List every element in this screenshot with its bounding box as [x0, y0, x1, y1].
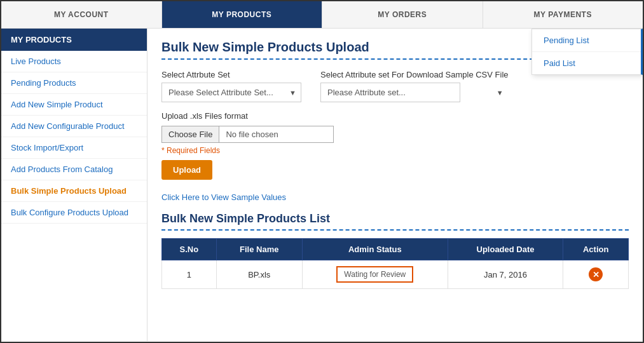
cell-filename: BP.xls: [216, 260, 302, 289]
upload-label: Upload .xls Files format: [161, 111, 629, 121]
dropdown-pending-list[interactable]: Pending List: [532, 29, 641, 52]
list-title: Bulk New Simple Products List: [161, 212, 629, 225]
nav-my-orders[interactable]: MY ORDERS: [322, 1, 483, 28]
col-action: Action: [563, 239, 629, 260]
nav-my-account[interactable]: MY ACCOUNT: [1, 1, 162, 28]
attr-download-arrow-icon: ▼: [497, 89, 504, 97]
attr-download-select-wrapper: Please Attribute set... ▼: [320, 83, 509, 102]
upload-section: Upload .xls Files format Choose File No …: [161, 111, 629, 186]
sidebar-item-add-simple[interactable]: Add New Simple Product: [1, 94, 147, 116]
file-input-row: Choose File No file chosen: [161, 126, 629, 143]
sidebar-item-add-catalog[interactable]: Add Products From Catalog: [1, 159, 147, 180]
col-sno: S.No: [162, 239, 217, 260]
sidebar-title: MY PRODUCTS: [1, 29, 147, 51]
attr-download-group: Select Attribute set For Download Sample…: [320, 70, 509, 102]
list-divider: [161, 229, 629, 231]
top-navigation: MY ACCOUNT MY PRODUCTS MY ORDERS MY PAYM…: [1, 1, 643, 29]
attr-set-select[interactable]: Please Select Attribute Set...: [161, 83, 301, 102]
delete-icon[interactable]: ✕: [589, 267, 603, 281]
dropdown-paid-list[interactable]: Paid List: [532, 52, 641, 74]
nav-my-products[interactable]: MY PRODUCTS: [162, 1, 323, 28]
attr-set-select-wrapper: Please Select Attribute Set... ▼: [161, 83, 301, 102]
sample-values-link[interactable]: Click Here to View Sample Values: [161, 192, 286, 202]
col-status: Admin Status: [302, 239, 448, 260]
content-area: Pending List Paid List Bulk New Simple P…: [147, 29, 643, 341]
cell-status: Wating for Review: [302, 260, 448, 289]
choose-file-button[interactable]: Choose File: [161, 126, 219, 143]
products-table: S.No File Name Admin Status Uploaded Dat…: [161, 238, 629, 289]
file-name-display: No file chosen: [219, 126, 334, 143]
nav-my-payments[interactable]: MY PAYMENTS: [483, 1, 643, 28]
attr-download-select[interactable]: Please Attribute set...: [320, 83, 460, 102]
upload-button[interactable]: Upload: [161, 160, 212, 180]
cell-sno: 1: [162, 260, 217, 289]
attr-set-label: Select Attrbute Set: [161, 70, 301, 79]
attr-set-group: Select Attrbute Set Please Select Attrib…: [161, 70, 301, 102]
payments-dropdown: Pending List Paid List: [531, 29, 643, 75]
required-fields-text: * Required Fields: [161, 146, 629, 155]
cell-action[interactable]: ✕: [563, 260, 629, 289]
sidebar-item-bulk-simple[interactable]: Bulk Simple Products Upload: [1, 180, 147, 202]
sidebar-item-pending-products[interactable]: Pending Products: [1, 72, 147, 94]
table-row: 1 BP.xls Wating for Review Jan 7, 2016 ✕: [162, 260, 629, 289]
sidebar: MY PRODUCTS Live Products Pending Produc…: [1, 29, 147, 341]
col-date: Uploaded Date: [448, 239, 563, 260]
sidebar-item-stock-import[interactable]: Stock Import/Export: [1, 137, 147, 159]
col-filename: File Name: [216, 239, 302, 260]
status-badge: Wating for Review: [336, 266, 413, 283]
sidebar-item-live-products[interactable]: Live Products: [1, 51, 147, 72]
sidebar-item-add-configurable[interactable]: Add New Configurable Product: [1, 116, 147, 137]
table-header-row: S.No File Name Admin Status Uploaded Dat…: [162, 239, 629, 260]
attr-download-label: Select Attribute set For Download Sample…: [320, 70, 509, 79]
main-layout: MY PRODUCTS Live Products Pending Produc…: [1, 29, 643, 341]
sidebar-item-bulk-configure[interactable]: Bulk Configure Products Upload: [1, 202, 147, 224]
cell-date: Jan 7, 2016: [448, 260, 563, 289]
